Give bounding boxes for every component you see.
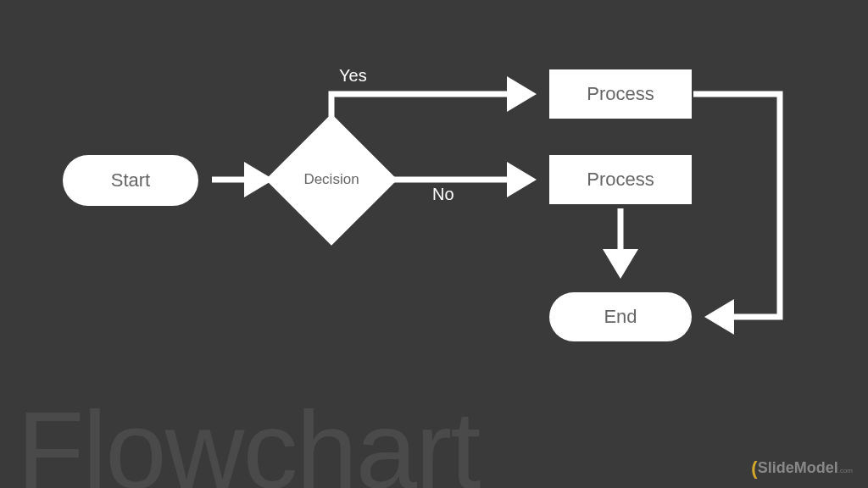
start-label: Start <box>111 169 150 191</box>
brand-accent-icon: ( <box>751 458 757 479</box>
process-yes-label: Process <box>587 83 654 105</box>
brand-suffix: .com <box>838 467 853 474</box>
decision-label: Decision <box>303 171 359 188</box>
flowchart-process-yes-node: Process <box>549 69 692 119</box>
no-label: No <box>432 185 454 204</box>
brand-logo: (SlideModel.com <box>751 458 853 480</box>
yes-label: Yes <box>339 66 367 86</box>
flowchart-connectors <box>0 0 868 488</box>
process-no-label: Process <box>587 169 654 191</box>
flowchart-decision-node: Decision <box>285 133 378 226</box>
flowchart-process-no-node: Process <box>549 155 692 204</box>
flowchart-end-node: End <box>549 292 692 341</box>
flowchart-start-node: Start <box>63 155 198 206</box>
brand-name: SlideModel <box>758 459 838 476</box>
end-label: End <box>604 306 637 328</box>
